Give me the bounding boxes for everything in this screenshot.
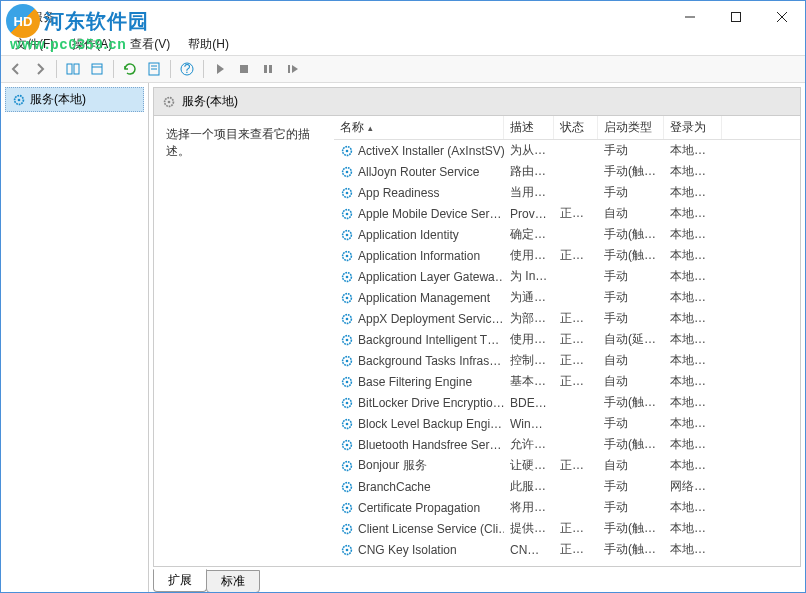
svg-rect-7 (74, 64, 79, 74)
svg-point-60 (346, 527, 349, 530)
service-name: AppX Deployment Servic… (358, 312, 503, 326)
export-list-button[interactable] (86, 58, 108, 80)
service-gear-icon (340, 522, 354, 536)
menu-view[interactable]: 查看(V) (122, 34, 178, 55)
services-gear-icon (12, 93, 26, 107)
menu-action[interactable]: 操作(A) (64, 34, 120, 55)
svg-point-48 (346, 401, 349, 404)
service-desc: 此服… (504, 478, 554, 495)
service-row[interactable]: Application Management为通…手动本地系统 (334, 287, 800, 308)
service-name: Application Information (358, 249, 480, 263)
column-logon-as[interactable]: 登录为 (664, 116, 722, 139)
refresh-button[interactable] (119, 58, 141, 80)
service-logon: 本地服务 (664, 373, 722, 390)
stop-service-button[interactable] (233, 58, 255, 80)
tab-standard[interactable]: 标准 (206, 570, 260, 592)
column-description[interactable]: 描述 (504, 116, 554, 139)
close-button[interactable] (759, 1, 805, 33)
service-name: BitLocker Drive Encryptio… (358, 396, 504, 410)
svg-text:?: ? (184, 62, 191, 76)
tab-extended[interactable]: 扩展 (153, 569, 207, 592)
service-startup: 手动(触发… (598, 520, 664, 537)
column-name[interactable]: 名称▴ (334, 116, 504, 139)
service-name: BranchCache (358, 480, 431, 494)
service-gear-icon (340, 333, 354, 347)
service-row[interactable]: App Readiness当用…手动本地系统 (334, 182, 800, 203)
service-status: 正在… (554, 352, 598, 369)
service-startup: 手动 (598, 289, 664, 306)
service-startup: 手动(触发… (598, 394, 664, 411)
list-body[interactable]: ActiveX Installer (AxInstSV)为从 …手动本地系统Al… (334, 140, 800, 566)
column-status[interactable]: 状态 (554, 116, 598, 139)
service-row[interactable]: Background Tasks Infras…控制…正在…自动本地系统 (334, 350, 800, 371)
column-startup-type[interactable]: 启动类型 (598, 116, 664, 139)
service-name: ActiveX Installer (AxInstSV) (358, 144, 504, 158)
service-row[interactable]: Application Layer Gatewa…为 In…手动本地服务 (334, 266, 800, 287)
service-status: 正在… (554, 520, 598, 537)
service-row[interactable]: CNG Key IsolationCNG…正在…手动(触发…本地系统 (334, 539, 800, 560)
description-prompt: 选择一个项目来查看它的描述。 (166, 127, 310, 158)
service-row[interactable]: Client License Service (Cli…提供…正在…手动(触发…… (334, 518, 800, 539)
service-logon: 本地系统 (664, 184, 722, 201)
service-gear-icon (340, 501, 354, 515)
toolbar-separator (170, 60, 171, 78)
service-row[interactable]: AllJoyn Router Service路由…手动(触发…本地服务 (334, 161, 800, 182)
service-gear-icon (340, 480, 354, 494)
properties-button[interactable] (143, 58, 165, 80)
service-gear-icon (340, 354, 354, 368)
service-row[interactable]: Application Identity确定…手动(触发…本地服务 (334, 224, 800, 245)
svg-rect-15 (240, 65, 248, 73)
service-row[interactable]: Bonjour 服务让硬…正在…自动本地系统 (334, 455, 800, 476)
nav-back-button[interactable] (5, 58, 27, 80)
service-row[interactable]: Base Filtering Engine基本…正在…自动本地服务 (334, 371, 800, 392)
service-startup: 自动 (598, 457, 664, 474)
service-startup: 手动 (598, 142, 664, 159)
nav-forward-button[interactable] (29, 58, 51, 80)
service-name: Apple Mobile Device Ser… (358, 207, 501, 221)
start-service-button[interactable] (209, 58, 231, 80)
toolbar-separator (203, 60, 204, 78)
service-logon: 本地系统 (664, 520, 722, 537)
service-logon: 网络服务 (664, 478, 722, 495)
service-row[interactable]: BranchCache此服…手动网络服务 (334, 476, 800, 497)
service-row[interactable]: BitLocker Drive Encryptio…BDE…手动(触发…本地系统 (334, 392, 800, 413)
service-name: Application Layer Gatewa… (358, 270, 504, 284)
service-row[interactable]: Apple Mobile Device Ser…Prov…正在…自动本地系统 (334, 203, 800, 224)
svg-rect-3 (732, 13, 741, 22)
content-pane: 服务(本地) 选择一个项目来查看它的描述。 名称▴ 描述 状态 启动类型 登录为… (149, 83, 805, 592)
show-hide-tree-button[interactable] (62, 58, 84, 80)
maximize-button[interactable] (713, 1, 759, 33)
service-gear-icon (340, 270, 354, 284)
pause-service-button[interactable] (257, 58, 279, 80)
service-status: 正在… (554, 541, 598, 558)
svg-point-54 (346, 464, 349, 467)
main-area: 服务(本地) 服务(本地) 选择一个项目来查看它的描述。 名称▴ 描述 状态 (1, 83, 805, 592)
service-row[interactable]: Bluetooth Handsfree Ser…允许…手动(触发…本地服务 (334, 434, 800, 455)
svg-point-22 (168, 100, 171, 103)
svg-point-50 (346, 422, 349, 425)
service-name: AllJoyn Router Service (358, 165, 479, 179)
service-row[interactable]: ActiveX Installer (AxInstSV)为从 …手动本地系统 (334, 140, 800, 161)
svg-point-58 (346, 506, 349, 509)
svg-point-24 (346, 149, 349, 152)
service-gear-icon (340, 438, 354, 452)
service-row[interactable]: Block Level Backup Engi…Win…手动本地系统 (334, 413, 800, 434)
service-row[interactable]: Background Intelligent T…使用…正在…自动(延迟…本地系… (334, 329, 800, 350)
svg-point-38 (346, 296, 349, 299)
help-button[interactable]: ? (176, 58, 198, 80)
svg-point-44 (346, 359, 349, 362)
tree-pane: 服务(本地) (1, 83, 149, 592)
service-gear-icon (340, 312, 354, 326)
minimize-button[interactable] (667, 1, 713, 33)
svg-point-34 (346, 254, 349, 257)
service-startup: 手动 (598, 310, 664, 327)
service-startup: 手动(触发… (598, 226, 664, 243)
service-row[interactable]: Application Information使用…正在…手动(触发…本地系统 (334, 245, 800, 266)
tree-root-item[interactable]: 服务(本地) (5, 87, 144, 112)
menu-help[interactable]: 帮助(H) (180, 34, 237, 55)
service-row[interactable]: AppX Deployment Servic…为部…正在…手动本地系统 (334, 308, 800, 329)
menu-file[interactable]: 文件(F) (7, 34, 62, 55)
restart-service-button[interactable] (281, 58, 303, 80)
service-row[interactable]: Certificate Propagation将用…手动本地系统 (334, 497, 800, 518)
service-startup: 手动 (598, 478, 664, 495)
